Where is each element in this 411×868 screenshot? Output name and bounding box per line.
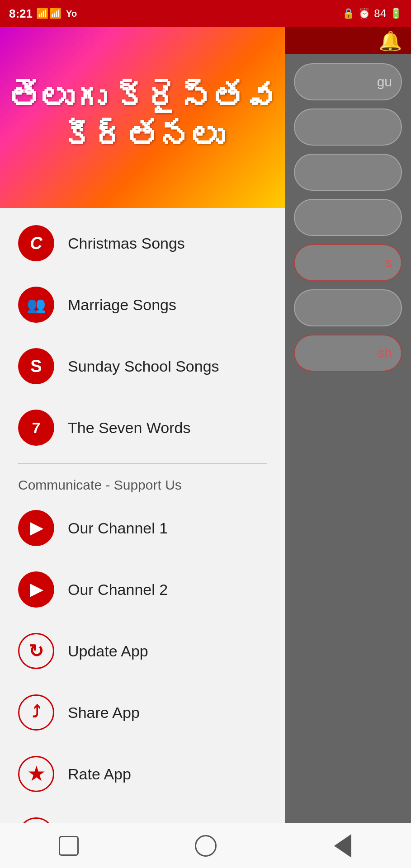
christmas-label: Christmas Songs xyxy=(68,235,185,252)
recent-apps-button[interactable] xyxy=(51,832,87,859)
status-bar: 8:21 📶📶 Yo 🔒 ⏰ 84 🔋 xyxy=(0,0,411,27)
menu-item-rate[interactable]: ★ Rate App xyxy=(0,743,285,805)
battery-level: 84 xyxy=(374,7,386,20)
menu-item-channel1[interactable]: ▶ Our Channel 1 xyxy=(0,497,285,559)
sunday-icon: S xyxy=(18,348,54,384)
channel2-icon: ▶ xyxy=(18,571,54,608)
pill-btn-7: sh xyxy=(294,335,402,372)
menu-item-sunday[interactable]: S Sunday School Songs xyxy=(0,335,285,397)
pill-btn-1: gu xyxy=(294,63,402,100)
right-content: gu s sh xyxy=(285,54,411,868)
notification-bell-icon[interactable]: 🔔 xyxy=(378,30,402,52)
sunday-label: Sunday School Songs xyxy=(68,358,219,375)
marriage-icon: 👥 xyxy=(18,287,54,323)
battery-icon: 🔋 xyxy=(390,8,402,19)
christmas-icon: C xyxy=(18,225,54,261)
seven-words-label: The Seven Words xyxy=(68,419,191,437)
pill-label-7: sh xyxy=(378,345,392,361)
drawer-menu: C Christmas Songs 👥 Marriage Songs S Sun… xyxy=(0,208,285,868)
menu-item-update[interactable]: ↻ Update App xyxy=(0,620,285,682)
menu-item-seven-words[interactable]: 7 The Seven Words xyxy=(0,397,285,458)
carrier-label: Yo xyxy=(66,9,77,19)
channel1-icon: ▶ xyxy=(18,510,54,546)
channel1-label: Our Channel 1 xyxy=(68,519,168,537)
navigation-bar xyxy=(0,823,411,868)
status-right: 🔒 ⏰ 84 🔋 xyxy=(342,7,402,20)
menu-item-marriage[interactable]: 👥 Marriage Songs xyxy=(0,274,285,335)
drawer-panel: తెలుగు క్రైస్తవ కీర్తనలు C Christmas Son… xyxy=(0,27,285,868)
pill-label-1: gu xyxy=(377,74,392,90)
home-button[interactable] xyxy=(188,832,224,859)
rate-label: Rate App xyxy=(68,765,131,783)
support-section-label: Communicate - Support Us xyxy=(0,468,285,497)
pill-btn-3 xyxy=(294,154,402,191)
back-icon xyxy=(334,834,351,858)
recent-apps-icon xyxy=(59,836,79,856)
menu-item-channel2[interactable]: ▶ Our Channel 2 xyxy=(0,559,285,620)
time-display: 8:21 xyxy=(9,7,33,21)
channel2-label: Our Channel 2 xyxy=(68,581,168,599)
signal-icons: 📶📶 xyxy=(36,8,62,19)
status-left: 8:21 📶📶 Yo xyxy=(9,7,77,21)
pill-btn-5: s xyxy=(294,244,402,281)
right-panel: 🔔 gu s sh xyxy=(285,27,411,868)
marriage-label: Marriage Songs xyxy=(68,296,176,314)
menu-item-share[interactable]: ⤴ Share App xyxy=(0,682,285,743)
seven-words-icon: 7 xyxy=(18,410,54,446)
back-button[interactable] xyxy=(325,832,361,859)
pill-label-5: s xyxy=(385,255,392,270)
pill-btn-6 xyxy=(294,289,402,326)
menu-item-christmas[interactable]: C Christmas Songs xyxy=(0,212,285,274)
home-icon xyxy=(195,835,217,857)
main-container: తెలుగు క్రైస్తవ కీర్తనలు C Christmas Son… xyxy=(0,27,411,868)
drawer-header: తెలుగు క్రైస్తవ కీర్తనలు xyxy=(0,27,285,208)
alarm-icon: ⏰ xyxy=(358,8,370,19)
share-label: Share App xyxy=(68,704,140,722)
share-icon: ⤴ xyxy=(18,694,54,731)
update-label: Update App xyxy=(68,642,148,660)
menu-divider xyxy=(18,463,267,464)
right-header: 🔔 xyxy=(285,27,411,54)
pill-btn-2 xyxy=(294,108,402,146)
lock-icon: 🔒 xyxy=(342,8,354,19)
pill-btn-4 xyxy=(294,199,402,236)
drawer-title: తెలుగు క్రైస్తవ కీర్తనలు xyxy=(0,79,285,157)
update-icon: ↻ xyxy=(18,633,54,669)
rate-icon: ★ xyxy=(18,756,54,792)
